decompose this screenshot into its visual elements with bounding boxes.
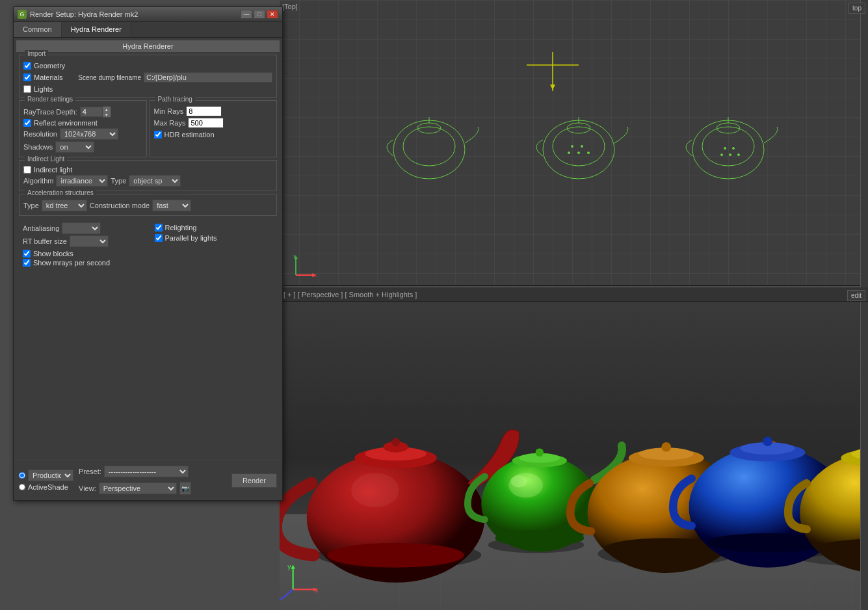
title-left: G Render Setup: Hydra Render mk2 [18, 10, 138, 19]
min-rays-input[interactable] [186, 106, 222, 116]
production-radio[interactable] [19, 472, 25, 479]
tab-bar: Common Hydra Renderer [14, 22, 282, 38]
viewport-bottom[interactable]: [ + ] [ Perspective ] [ Smooth + Highlig… [280, 287, 868, 610]
import-group: Import Geometry Materials Lights Scene d… [19, 55, 277, 98]
svg-point-3 [393, 120, 465, 179]
svg-point-5 [417, 123, 441, 133]
raytrace-depth-arrows[interactable]: ▲ ▼ [103, 106, 111, 118]
svg-point-12 [581, 146, 583, 148]
svg-point-9 [567, 123, 590, 133]
raytrace-depth-spinner[interactable]: ▲ ▼ [80, 106, 111, 118]
tab-hydra-renderer[interactable]: Hydra Renderer [62, 22, 131, 37]
svg-text:X: X [313, 272, 317, 278]
production-radio-row: Production [19, 470, 73, 481]
scene-dump-input[interactable] [144, 72, 272, 83]
viewport-top-corner-btn[interactable]: top [848, 3, 865, 14]
raytrace-up-arrow[interactable]: ▲ [103, 107, 111, 112]
rendered-scene-svg: x y [280, 302, 868, 610]
activeshade-radio-row: ActiveShade [19, 483, 73, 491]
antialiasing-select[interactable] [62, 222, 101, 234]
svg-point-20 [724, 148, 726, 150]
viewport-bottom-corner-btn[interactable]: edit [847, 290, 865, 301]
lights-checkbox[interactable] [23, 85, 31, 93]
production-select[interactable]: Production [28, 470, 73, 481]
dialog-title: Render Setup: Hydra Render mk2 [30, 10, 138, 18]
indirect-light-checkbox-label: Indirect light [34, 166, 72, 174]
svg-point-24 [738, 154, 740, 156]
scene-dump-label: Scene dump filename [78, 74, 141, 81]
relighting-checkbox[interactable] [155, 224, 163, 232]
svg-point-52 [511, 475, 527, 487]
tab-common[interactable]: Common [14, 22, 62, 37]
construction-mode-label: Construction mode [90, 202, 150, 209]
algorithm-label: Algorithm [23, 177, 53, 185]
preset-select[interactable]: -------------------- [104, 466, 189, 477]
svg-point-4 [403, 127, 455, 166]
render-settings-label: Render settings [25, 96, 75, 103]
svg-point-11 [572, 146, 573, 148]
svg-text:x: x [315, 586, 319, 594]
hdr-estimation-label: HDR estimation [164, 131, 215, 139]
dialog-controls: — □ ✕ [241, 10, 278, 19]
construction-mode-select[interactable]: fast [152, 200, 191, 211]
close-button[interactable]: ✕ [267, 10, 278, 19]
show-blocks-checkbox[interactable] [23, 250, 31, 258]
svg-point-7 [543, 120, 614, 179]
viewport-top[interactable]: [Top] top [280, 0, 868, 286]
show-blocks-label: Show blocks [33, 250, 73, 258]
rt-buffer-size-select[interactable] [70, 235, 109, 247]
scrollbar-right[interactable] [860, 0, 868, 610]
geometry-checkbox[interactable] [23, 62, 31, 70]
materials-checkbox[interactable] [23, 73, 31, 81]
view-camera-button[interactable]: 📷 [179, 482, 191, 495]
viewport-top-label: [Top] [282, 3, 298, 10]
minimize-button[interactable]: — [241, 10, 252, 19]
view-select[interactable]: Perspective [99, 483, 177, 494]
max-rays-label: Max Rays [154, 119, 186, 127]
svg-point-44 [391, 438, 400, 447]
raytrace-down-arrow[interactable]: ▼ [103, 112, 111, 117]
svg-point-50 [536, 448, 544, 457]
svg-text:y: y [287, 563, 291, 570]
svg-point-46 [327, 543, 464, 568]
lights-label: Lights [34, 85, 53, 93]
algorithm-select[interactable]: irradiance [56, 175, 108, 187]
viewport-area: [Top] top [280, 0, 868, 610]
shadows-select[interactable]: on [55, 141, 94, 153]
bottom-controls: Production ActiveShade Preset: ---------… [14, 460, 282, 500]
svg-point-16 [692, 120, 764, 179]
extra-settings-group: Antialiasing RT buffer size Show blocks … [19, 219, 277, 271]
raytrace-depth-input[interactable] [80, 107, 103, 117]
parallel-lights-checkbox[interactable] [155, 234, 163, 242]
raytrace-depth-label: RayTrace Depth: [23, 108, 77, 116]
svg-point-57 [661, 442, 671, 452]
svg-point-15 [588, 152, 590, 154]
materials-checkbox-row: Materials [23, 73, 65, 81]
preset-label: Preset: [79, 468, 101, 475]
reflect-env-checkbox[interactable] [23, 119, 31, 127]
parallel-lights-label: Parallel by lights [165, 234, 217, 242]
render-button[interactable]: Render [231, 473, 277, 488]
antialiasing-label: Antialiasing [23, 224, 59, 232]
shadows-label: Shadows [23, 143, 53, 151]
max-rays-input[interactable] [188, 118, 224, 128]
indirect-light-checkbox[interactable] [23, 166, 31, 174]
path-tracing-label: Path tracing [155, 96, 195, 103]
svg-point-17 [702, 127, 754, 166]
type-select[interactable]: object sp [129, 175, 181, 187]
svg-point-8 [553, 127, 605, 166]
show-mrays-checkbox[interactable] [23, 259, 31, 267]
hdr-estimation-checkbox[interactable] [154, 131, 162, 139]
accel-type-select[interactable]: kd tree [42, 200, 87, 211]
acceleration-group: Acceleration structures Type kd tree Con… [19, 194, 277, 216]
render-mode-group: Production ActiveShade [19, 470, 73, 491]
activeshade-radio[interactable] [19, 484, 25, 490]
maximize-button[interactable]: □ [254, 10, 265, 19]
render-setup-dialog: G Render Setup: Hydra Render mk2 — □ ✕ C… [13, 7, 283, 501]
resolution-select[interactable]: 1024x768 [60, 128, 118, 140]
acceleration-label: Acceleration structures [25, 189, 96, 196]
resolution-label: Resolution [23, 130, 57, 138]
relighting-label: Relighting [165, 224, 197, 232]
axis-top: X Y [293, 252, 319, 278]
import-label: Import [25, 50, 48, 57]
